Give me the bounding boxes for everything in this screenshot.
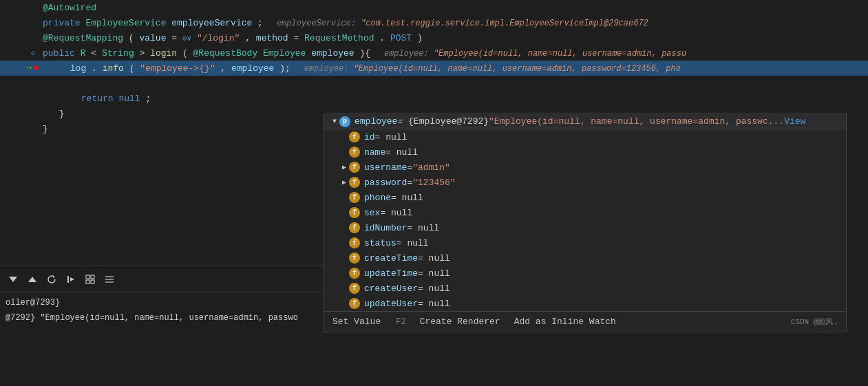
- debug-val-idnumber: = null: [407, 223, 439, 233]
- field-icon-password: f: [349, 177, 360, 188]
- debug-row-phone[interactable]: f phone = null: [324, 190, 846, 205]
- code-content-3: @RequestMapping ( value = ⊙∨ "/login" , …: [40, 33, 868, 43]
- bottom-panel: oller@7293} @7292} "Employee(id=null, na…: [0, 266, 324, 386]
- bookmark-icon: ◇: [31, 49, 35, 57]
- debug-key-updateuser: updateUser: [364, 299, 418, 309]
- field-icon-createtime: f: [349, 253, 360, 264]
- field-icon-status: f: [349, 237, 360, 248]
- debug-row-sex[interactable]: f sex = null: [324, 205, 846, 220]
- debug-key-username: username: [364, 162, 407, 173]
- bottom-text-1: oller@7293}: [6, 298, 60, 308]
- editor-area: @Autowired private EmployeeService emplo…: [0, 0, 868, 386]
- debug-val-status: = null: [396, 238, 429, 248]
- debug-key-id: id: [364, 132, 375, 142]
- code-content-2: private EmployeeService employeeService …: [40, 18, 868, 28]
- debug-row-updatetime[interactable]: f updateTime = null: [324, 266, 846, 281]
- debug-key-phone: phone: [364, 193, 391, 203]
- code-line-5: → ● log . info ( "employee->{}" , employ…: [0, 61, 868, 76]
- toolbar-btn-step[interactable]: [63, 272, 78, 287]
- type-employeeservice: EmployeeService: [85, 18, 166, 28]
- field-icon-name: f: [349, 147, 360, 158]
- debug-popup: ▼ p employee = {Employee@7292} "Employee…: [324, 114, 847, 332]
- gutter-icons-5: → ●: [26, 62, 40, 74]
- svg-rect-0: [86, 275, 89, 279]
- field-icon-updatetime: f: [349, 268, 360, 279]
- debug-row-updateuser[interactable]: f updateUser = null: [324, 296, 846, 311]
- debug-key-createtime: createTime: [364, 253, 418, 264]
- debug-popup-body: f id = null f name = null ▶ f username =…: [324, 129, 846, 311]
- obj-icon-header: p: [339, 116, 350, 127]
- debug-row-createuser[interactable]: f createUser = null: [324, 281, 846, 296]
- expand-icon-header: ▼: [330, 118, 339, 125]
- field-icon-updateuser: f: [349, 298, 360, 309]
- toolbar-btn-list[interactable]: [102, 272, 117, 287]
- set-value-button[interactable]: Set Value: [332, 317, 381, 327]
- expand-icon-username: ▶: [339, 163, 349, 171]
- field-icon-idnumber: f: [349, 222, 360, 233]
- inline-value-5: employee: "Employee(id=null, name=null, …: [304, 64, 681, 74]
- debug-val-password: "123456": [412, 178, 455, 188]
- debug-key-password: password: [364, 178, 407, 188]
- expand-icon-password: ▶: [339, 178, 349, 186]
- breakpoint-icon[interactable]: ●: [33, 62, 40, 74]
- var-employeeservice: employeeService: [171, 18, 252, 28]
- inline-value-4: employee: "Employee(id=null, name=null, …: [384, 49, 686, 58]
- inline-value-2: employeeService: "com.test.reggie.servic…: [277, 19, 648, 28]
- debug-val-username: "admin": [412, 162, 450, 173]
- debug-header-view[interactable]: View: [784, 116, 805, 127]
- debug-val-updatetime: = null: [418, 268, 450, 279]
- debug-popup-footer: Set Value F2 Create Renderer Add as Inli…: [324, 311, 846, 332]
- debug-arrow-icon: →: [27, 63, 32, 73]
- toolbar-btn-down[interactable]: [6, 272, 21, 287]
- watermark: CSDN @跑风.: [791, 317, 838, 327]
- debug-key-idnumber: idNumber: [364, 223, 407, 233]
- debug-row-password[interactable]: ▶ f password = "123456": [324, 175, 846, 190]
- toolbar-btn-grid[interactable]: [83, 272, 98, 287]
- field-icon-id: f: [349, 131, 360, 142]
- code-content-5: log . info ( "employee->{}" , employee )…: [40, 63, 868, 74]
- debug-val-phone: = null: [391, 193, 423, 203]
- debug-key-name: name: [364, 147, 385, 158]
- annotation-requestmapping: @RequestMapping: [43, 33, 123, 43]
- set-value-key: F2: [396, 317, 405, 327]
- kw-private: private: [43, 18, 81, 28]
- debug-key-status: status: [364, 238, 396, 248]
- toolbar-btn-refresh[interactable]: [44, 272, 59, 287]
- code-line-3: @RequestMapping ( value = ⊙∨ "/login" , …: [0, 30, 868, 45]
- svg-rect-2: [86, 280, 89, 283]
- bottom-content: oller@7293} @7292} "Employee(id=null, na…: [0, 292, 324, 386]
- debug-row-createtime[interactable]: f createTime = null: [324, 250, 846, 266]
- bottom-text-2: @7292} "Employee(id=null, name=null, use…: [6, 313, 298, 323]
- debug-row-name[interactable]: f name = null: [324, 144, 846, 160]
- bottom-toolbar: [0, 266, 324, 292]
- debug-key-sex: sex: [364, 208, 380, 218]
- debug-header-val: "Employee(id=null, name=null, username=a…: [489, 116, 784, 127]
- code-line-7: return null ;: [0, 91, 868, 106]
- bottom-row-2: @7292} "Employee(id=null, name=null, use…: [6, 310, 318, 325]
- add-inline-watch-button[interactable]: Add as Inline Watch: [514, 317, 616, 327]
- bottom-row-1: oller@7293}: [6, 295, 318, 310]
- field-icon-username: f: [349, 162, 360, 173]
- create-renderer-button[interactable]: Create Renderer: [420, 317, 500, 327]
- code-line-2: private EmployeeService employeeService …: [0, 15, 868, 30]
- field-icon-phone: f: [349, 192, 360, 203]
- debug-row-status[interactable]: f status = null: [324, 235, 846, 250]
- annotation-autowired: @Autowired: [43, 3, 96, 13]
- debug-header-row[interactable]: ▼ p employee = {Employee@7292} "Employee…: [324, 114, 846, 129]
- code-line-6: [0, 76, 868, 91]
- code-content-7: return null ;: [40, 94, 868, 104]
- code-content-4: public R < String > login ( @RequestBody…: [40, 48, 868, 58]
- debug-val-id: = null: [375, 132, 407, 142]
- debug-row-id[interactable]: f id = null: [324, 129, 846, 144]
- toolbar-btn-up[interactable]: [25, 272, 40, 287]
- svg-rect-1: [91, 275, 94, 279]
- debug-header-eq: = {Employee@7292}: [397, 116, 489, 127]
- debug-val-createtime: = null: [418, 253, 450, 264]
- debug-row-idnumber[interactable]: f idNumber = null: [324, 220, 846, 235]
- field-icon-sex: f: [349, 207, 360, 218]
- field-icon-createuser: f: [349, 283, 360, 294]
- debug-key-createuser: createUser: [364, 283, 418, 294]
- debug-row-username[interactable]: ▶ f username = "admin": [324, 160, 846, 175]
- debug-val-createuser: = null: [418, 283, 450, 294]
- debug-key-updatetime: updateTime: [364, 268, 418, 279]
